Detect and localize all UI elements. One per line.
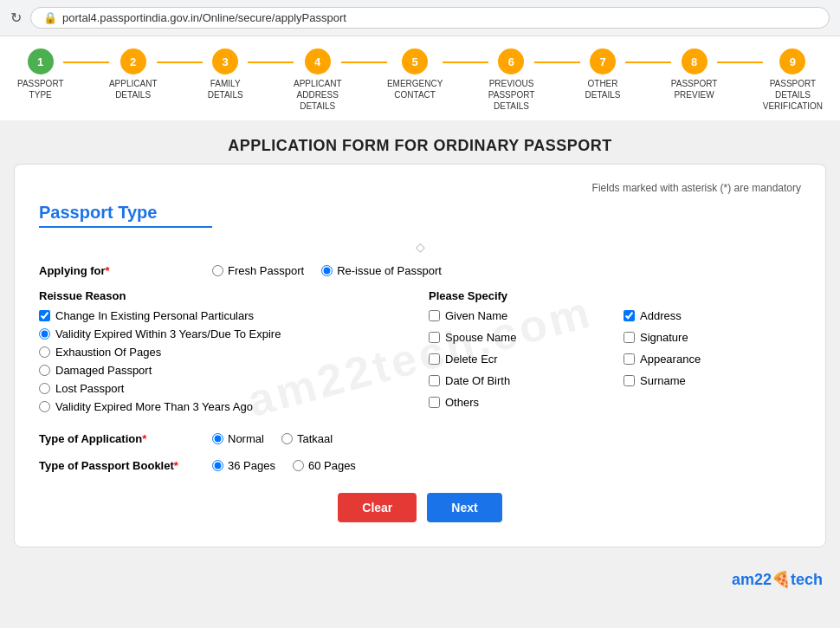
steps-track: 1PASSPORT TYPE2APPLICANT DETAILS3FAMILY … bbox=[17, 49, 823, 112]
step-label-8: PASSPORT PREVIEW bbox=[671, 78, 717, 100]
step-label-1: PASSPORT TYPE bbox=[17, 78, 63, 100]
step-8[interactable]: 8PASSPORT PREVIEW bbox=[671, 49, 717, 100]
app-type-normal[interactable]: Normal bbox=[212, 432, 264, 445]
step-circle-7: 7 bbox=[590, 49, 616, 74]
branding-suffix: tech bbox=[791, 571, 823, 588]
reissue-reason-label: Reissue Reason bbox=[39, 289, 411, 302]
step-label-7: OTHER DETAILS bbox=[580, 78, 626, 100]
reissue-option-lost[interactable]: Lost Passport bbox=[39, 382, 411, 395]
specify-signature[interactable]: Signature bbox=[624, 331, 801, 344]
lock-icon: 🔒 bbox=[43, 11, 57, 24]
application-type-options: Normal Tatkaal bbox=[212, 431, 333, 445]
step-2[interactable]: 2APPLICANT DETAILS bbox=[109, 49, 157, 100]
url-text: portal4.passportindia.gov.in/Online/secu… bbox=[62, 11, 346, 24]
button-row: Clear Next bbox=[39, 493, 801, 522]
step-label-3: FAMILY DETAILS bbox=[203, 78, 249, 100]
next-button[interactable]: Next bbox=[427, 493, 501, 522]
application-type-row: Type of Application* Normal Tatkaal bbox=[39, 431, 801, 445]
specify-appearance[interactable]: Appearance bbox=[624, 353, 801, 366]
applying-for-label: Applying for* bbox=[39, 262, 212, 277]
step-connector-5 bbox=[443, 62, 488, 63]
applying-for-reissue[interactable]: Re-issue of Passport bbox=[321, 264, 442, 277]
specify-dob[interactable]: Date Of Birth bbox=[429, 374, 606, 387]
please-specify-label: Please Specify bbox=[429, 289, 801, 302]
clear-button[interactable]: Clear bbox=[338, 493, 417, 522]
specify-spouse_name[interactable]: Spouse Name bbox=[429, 331, 606, 344]
applying-for-row: Applying for* Fresh Passport Re-issue of… bbox=[39, 262, 801, 277]
specify-delete_ecr[interactable]: Delete Ecr bbox=[429, 353, 606, 366]
reissue-option-change[interactable]: Change In Existing Personal Particulars bbox=[39, 309, 411, 322]
specify-surname[interactable]: Surname bbox=[624, 374, 801, 387]
refresh-icon[interactable]: ↻ bbox=[10, 10, 22, 26]
step-circle-4: 4 bbox=[305, 49, 331, 74]
applying-for-options: Fresh Passport Re-issue of Passport bbox=[212, 262, 442, 277]
step-label-6: PREVIOUS PASSPORT DETAILS bbox=[488, 78, 534, 112]
heading-underline bbox=[39, 226, 212, 228]
mandatory-note: Fields marked with asterisk (*) are mand… bbox=[39, 182, 801, 194]
reissue-col: Reissue Reason Change In Existing Person… bbox=[39, 289, 411, 418]
step-3[interactable]: 3FAMILY DETAILS bbox=[203, 49, 249, 100]
reissue-option-damaged[interactable]: Damaged Passport bbox=[39, 364, 411, 377]
page-title: APPLICATION FORM FOR ORDINARY PASSPORT bbox=[0, 137, 840, 155]
step-connector-7 bbox=[625, 62, 671, 63]
address-bar[interactable]: 🔒 portal4.passportindia.gov.in/Online/se… bbox=[30, 7, 830, 29]
reissue-option-exhaustion[interactable]: Exhaustion Of Pages bbox=[39, 346, 411, 359]
app-type-tatkaal[interactable]: Tatkaal bbox=[281, 432, 333, 445]
specify-grid: Given Name Address Spouse Name Signature… bbox=[429, 309, 801, 414]
step-5[interactable]: 5EMERGENCY CONTACT bbox=[387, 49, 443, 100]
step-9[interactable]: 9PASSPORT DETAILS VERIFICATION bbox=[763, 49, 823, 112]
form-card: Fields marked with asterisk (*) are mand… bbox=[14, 164, 826, 547]
step-connector-1 bbox=[63, 62, 109, 63]
step-label-5: EMERGENCY CONTACT bbox=[387, 78, 443, 100]
step-circle-3: 3 bbox=[212, 49, 238, 74]
reissue-option-validity3plus[interactable]: Validity Expired More Than 3 Years Ago bbox=[39, 400, 411, 413]
step-circle-5: 5 bbox=[402, 49, 428, 74]
application-type-label: Type of Application* bbox=[39, 431, 212, 445]
reissue-options: Change In Existing Personal Particulars … bbox=[39, 309, 411, 413]
step-connector-8 bbox=[717, 62, 763, 63]
step-connector-2 bbox=[157, 62, 203, 63]
step-4[interactable]: 4APPLICANT ADDRESS DETAILS bbox=[294, 49, 341, 112]
specify-others[interactable]: Others bbox=[429, 396, 606, 409]
reissue-section: Reissue Reason Change In Existing Person… bbox=[39, 289, 801, 418]
progress-steps: 1PASSPORT TYPE2APPLICANT DETAILS3FAMILY … bbox=[0, 36, 840, 121]
step-label-2: APPLICANT DETAILS bbox=[109, 78, 157, 100]
step-connector-6 bbox=[534, 62, 580, 63]
step-connector-4 bbox=[341, 62, 387, 63]
page-title-section: APPLICATION FORM FOR ORDINARY PASSPORT bbox=[0, 121, 840, 164]
branding: am22🍕tech bbox=[0, 565, 840, 598]
browser-bar: ↻ 🔒 portal4.passportindia.gov.in/Online/… bbox=[0, 0, 840, 36]
section-heading: Passport Type bbox=[39, 203, 801, 223]
booklet-60pages[interactable]: 60 Pages bbox=[293, 459, 356, 472]
step-circle-1: 1 bbox=[28, 49, 54, 74]
diamond-icon: ◇ bbox=[39, 240, 801, 254]
booklet-type-options: 36 Pages 60 Pages bbox=[212, 457, 356, 472]
step-circle-6: 6 bbox=[498, 49, 524, 74]
step-circle-9: 9 bbox=[779, 49, 805, 74]
step-6[interactable]: 6PREVIOUS PASSPORT DETAILS bbox=[488, 49, 534, 112]
step-circle-2: 2 bbox=[120, 49, 146, 74]
booklet-type-label: Type of Passport Booklet* bbox=[39, 457, 212, 472]
booklet-type-row: Type of Passport Booklet* 36 Pages 60 Pa… bbox=[39, 457, 801, 472]
reissue-option-validity3[interactable]: Validity Expired Within 3 Years/Due To E… bbox=[39, 327, 411, 340]
step-7[interactable]: 7OTHER DETAILS bbox=[580, 49, 626, 100]
step-label-4: APPLICANT ADDRESS DETAILS bbox=[294, 78, 341, 112]
booklet-36pages[interactable]: 36 Pages bbox=[212, 459, 275, 472]
branding-text: am22 bbox=[732, 571, 772, 588]
branding-emoji: 🍕 bbox=[772, 571, 791, 588]
specify-address[interactable]: Address bbox=[624, 309, 801, 322]
step-1[interactable]: 1PASSPORT TYPE bbox=[17, 49, 63, 100]
applying-for-fresh[interactable]: Fresh Passport bbox=[212, 264, 304, 277]
specify-col: Please Specify Given Name Address Spouse… bbox=[429, 289, 801, 418]
step-connector-3 bbox=[248, 62, 294, 63]
specify-given_name[interactable]: Given Name bbox=[429, 309, 606, 322]
step-circle-8: 8 bbox=[682, 49, 708, 74]
step-label-9: PASSPORT DETAILS VERIFICATION bbox=[763, 78, 823, 112]
